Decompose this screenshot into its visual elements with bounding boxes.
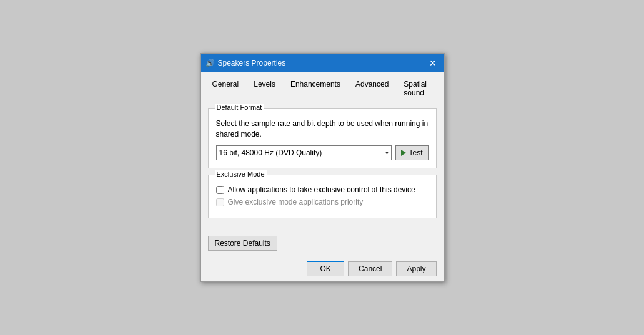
allow-exclusive-checkbox[interactable] <box>216 186 224 194</box>
test-button-label: Test <box>409 148 422 157</box>
default-format-desc: Select the sample rate and bit depth to … <box>216 119 429 140</box>
title-bar: 🔊 Speakers Properties ✕ <box>201 54 444 72</box>
give-priority-label: Give exclusive mode applications priorit… <box>228 198 364 206</box>
format-select-wrapper: 16 bit, 48000 Hz (DVD Quality) ▼ <box>216 145 392 160</box>
ok-button[interactable]: OK <box>307 261 344 276</box>
tab-content: Default Format Select the sample rate an… <box>201 100 444 233</box>
dialog-title: Speakers Properties <box>218 59 286 67</box>
test-button[interactable]: Test <box>395 145 428 160</box>
format-select[interactable]: 16 bit, 48000 Hz (DVD Quality) <box>216 145 392 160</box>
dialog-footer: OK Cancel Apply <box>201 256 444 281</box>
give-priority-row: Give exclusive mode applications priorit… <box>216 198 429 206</box>
speakers-properties-dialog: 🔊 Speakers Properties ✕ General Levels E… <box>200 53 445 283</box>
close-button[interactable]: ✕ <box>427 57 439 69</box>
tab-general[interactable]: General <box>206 77 246 100</box>
allow-exclusive-row: Allow applications to take exclusive con… <box>216 185 429 194</box>
tab-levels[interactable]: Levels <box>247 77 282 100</box>
exclusive-mode-section: Exclusive Mode Allow applications to tak… <box>208 175 437 218</box>
apply-button[interactable]: Apply <box>396 261 436 276</box>
exclusive-mode-title: Exclusive Mode <box>215 170 267 178</box>
speaker-icon: 🔊 <box>206 59 214 67</box>
tab-advanced[interactable]: Advanced <box>349 77 395 100</box>
default-format-section: Default Format Select the sample rate an… <box>208 108 437 169</box>
tab-spatial-sound[interactable]: Spatial sound <box>397 77 438 100</box>
allow-exclusive-label[interactable]: Allow applications to take exclusive con… <box>228 185 415 194</box>
default-format-title: Default Format <box>215 104 264 111</box>
default-format-body: Select the sample rate and bit depth to … <box>216 119 429 161</box>
tab-bar: General Levels Enhancements Advanced Spa… <box>201 72 444 100</box>
exclusive-mode-body: Allow applications to take exclusive con… <box>216 185 429 206</box>
restore-defaults-button[interactable]: Restore Defaults <box>208 236 277 251</box>
format-row: 16 bit, 48000 Hz (DVD Quality) ▼ Test <box>216 145 429 160</box>
tab-enhancements[interactable]: Enhancements <box>284 77 347 100</box>
title-bar-left: 🔊 Speakers Properties <box>206 59 286 67</box>
play-icon <box>401 150 406 156</box>
bottom-area: Restore Defaults <box>201 232 444 256</box>
cancel-button[interactable]: Cancel <box>348 261 392 276</box>
give-priority-checkbox[interactable] <box>216 198 224 206</box>
